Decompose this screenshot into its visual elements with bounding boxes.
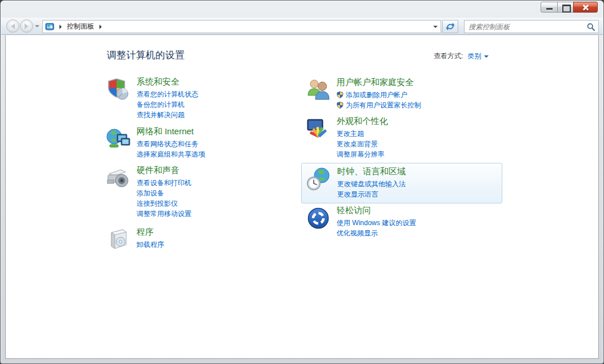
navigation-bar: 控制面板 xyxy=(1,18,603,35)
programs-icon[interactable] xyxy=(106,227,131,253)
category-title-network-internet[interactable]: 网络和 Internet xyxy=(137,126,205,137)
category-title-system-security[interactable]: 系统和安全 xyxy=(137,76,198,87)
main-content: 调整计算机的设置 查看方式: 类别 系统和安全查看您的计算机状态备份您的计算机查… xyxy=(5,35,599,359)
view-by-value: 类别 xyxy=(467,51,481,61)
link-system-security-1[interactable]: 备份您的计算机 xyxy=(137,99,198,110)
uac-shield-icon xyxy=(337,102,343,109)
network-internet-icon[interactable] xyxy=(106,127,131,152)
refresh-icon xyxy=(446,22,455,31)
categories-left-column: 系统和安全查看您的计算机状态备份您的计算机查找并解决问题网络和 Internet… xyxy=(106,76,303,253)
category-title-hardware-sound[interactable]: 硬件和声音 xyxy=(137,165,191,175)
category-programs: 程序卸载程序 xyxy=(106,226,303,253)
category-body: 程序卸载程序 xyxy=(137,226,164,253)
link-hardware-sound-2[interactable]: 连接到投影仪 xyxy=(137,198,191,209)
uac-shield-icon xyxy=(337,91,343,98)
appearance-personalization-icon[interactable] xyxy=(306,117,331,142)
link-label: 使用 Windows 建议的设置 xyxy=(337,218,416,228)
link-label: 查看您的计算机状态 xyxy=(137,89,198,99)
close-icon[interactable] xyxy=(573,2,598,13)
breadcrumb-separator-icon[interactable] xyxy=(59,25,62,29)
link-label: 更改显示语言 xyxy=(337,189,378,199)
link-programs-0[interactable]: 卸载程序 xyxy=(137,239,164,250)
link-network-internet-1[interactable]: 选择家庭组和共享选项 xyxy=(137,149,205,159)
link-label: 备份您的计算机 xyxy=(137,99,185,110)
back-arrow-icon xyxy=(11,23,15,29)
link-user-accounts-0[interactable]: 添加或删除用户帐户 xyxy=(337,90,421,100)
category-clock-language-region: 时钟、语言和区域更改键盘或其他输入法更改显示语言 xyxy=(301,163,502,203)
link-ease-of-access-1[interactable]: 优化视频显示 xyxy=(337,228,416,238)
recent-pages-chevron-icon[interactable] xyxy=(35,25,39,27)
search-box xyxy=(464,20,599,33)
link-appearance-personalization-2[interactable]: 调整屏幕分辨率 xyxy=(337,149,388,159)
link-label: 更改桌面背景 xyxy=(337,139,378,149)
forward-arrow-icon xyxy=(25,23,29,29)
link-hardware-sound-1[interactable]: 添加设备 xyxy=(137,188,191,198)
category-body: 外观和个性化更改主题更改桌面背景调整屏幕分辨率 xyxy=(337,115,388,159)
page-title: 调整计算机的设置 xyxy=(107,49,185,62)
breadcrumb-separator-icon[interactable] xyxy=(99,25,102,29)
link-label: 查看设备和打印机 xyxy=(137,178,191,188)
view-by-control: 查看方式: 类别 xyxy=(434,51,489,61)
category-title-clock-language-region[interactable]: 时钟、语言和区域 xyxy=(337,166,406,177)
link-label: 连接到投影仪 xyxy=(137,198,178,209)
category-network-internet: 网络和 Internet查看网络状态和任务选择家庭组和共享选项 xyxy=(106,126,303,159)
search-input[interactable] xyxy=(469,23,587,31)
category-body: 时钟、语言和区域更改键盘或其他输入法更改显示语言 xyxy=(337,166,406,199)
link-network-internet-0[interactable]: 查看网络状态和任务 xyxy=(137,139,205,149)
category-body: 系统和安全查看您的计算机状态备份您的计算机查找并解决问题 xyxy=(137,76,198,120)
category-system-security: 系统和安全查看您的计算机状态备份您的计算机查找并解决问题 xyxy=(106,76,303,120)
refresh-button[interactable] xyxy=(442,20,458,33)
link-label: 卸载程序 xyxy=(137,239,164,250)
category-body: 网络和 Internet查看网络状态和任务选择家庭组和共享选项 xyxy=(137,126,205,159)
category-appearance-personalization: 外观和个性化更改主题更改桌面背景调整屏幕分辨率 xyxy=(301,115,502,159)
link-label: 更改键盘或其他输入法 xyxy=(337,179,406,189)
maximize-icon[interactable] xyxy=(557,2,574,13)
back-button[interactable] xyxy=(6,19,19,33)
link-hardware-sound-0[interactable]: 查看设备和打印机 xyxy=(137,178,191,188)
category-ease-of-access: 轻松访问使用 Windows 建议的设置优化视频显示 xyxy=(301,205,502,238)
link-system-security-2[interactable]: 查找并解决问题 xyxy=(137,110,198,120)
view-by-dropdown[interactable]: 类别 xyxy=(467,51,489,61)
link-label: 调整常用移动设置 xyxy=(137,209,191,219)
link-user-accounts-1[interactable]: 为所有用户设置家长控制 xyxy=(337,100,421,110)
link-ease-of-access-0[interactable]: 使用 Windows 建议的设置 xyxy=(337,218,416,228)
breadcrumb[interactable]: 控制面板 xyxy=(42,20,441,33)
link-clock-language-region-1[interactable]: 更改显示语言 xyxy=(337,189,406,199)
link-appearance-personalization-0[interactable]: 更改主题 xyxy=(337,129,388,139)
category-title-programs[interactable]: 程序 xyxy=(137,226,164,237)
link-label: 更改主题 xyxy=(337,129,364,139)
user-accounts-icon[interactable] xyxy=(306,78,331,103)
link-appearance-personalization-1[interactable]: 更改桌面背景 xyxy=(337,139,388,149)
category-body: 轻松访问使用 Windows 建议的设置优化视频显示 xyxy=(337,205,416,238)
category-title-ease-of-access[interactable]: 轻松访问 xyxy=(337,205,416,215)
link-label: 选择家庭组和共享选项 xyxy=(137,149,205,159)
link-label: 调整屏幕分辨率 xyxy=(337,149,385,159)
clock-language-region-icon[interactable] xyxy=(306,167,331,192)
category-body: 用户帐户和家庭安全添加或删除用户帐户为所有用户设置家长控制 xyxy=(337,77,421,110)
link-label: 查找并解决问题 xyxy=(137,110,185,120)
ease-of-access-icon[interactable] xyxy=(306,206,331,231)
minimize-icon[interactable] xyxy=(541,2,558,13)
link-clock-language-region-0[interactable]: 更改键盘或其他输入法 xyxy=(337,179,406,189)
hardware-sound-icon[interactable] xyxy=(106,166,131,191)
title-bar[interactable] xyxy=(1,1,603,18)
window-controls xyxy=(541,2,598,13)
system-security-icon[interactable] xyxy=(106,77,131,102)
category-body: 硬件和声音查看设备和打印机添加设备连接到投影仪调整常用移动设置 xyxy=(137,165,191,219)
link-label: 查看网络状态和任务 xyxy=(137,139,198,149)
address-dropdown-icon[interactable] xyxy=(430,21,441,33)
breadcrumb-item-control-panel[interactable]: 控制面板 xyxy=(67,22,94,31)
view-by-label: 查看方式: xyxy=(434,51,463,61)
category-title-user-accounts[interactable]: 用户帐户和家庭安全 xyxy=(337,77,421,87)
forward-button[interactable] xyxy=(20,19,33,33)
link-label: 添加或删除用户帐户 xyxy=(346,90,407,100)
category-title-appearance-personalization[interactable]: 外观和个性化 xyxy=(337,115,388,126)
category-hardware-sound: 硬件和声音查看设备和打印机添加设备连接到投影仪调整常用移动设置 xyxy=(106,165,303,219)
chevron-down-icon xyxy=(484,55,489,58)
link-hardware-sound-3[interactable]: 调整常用移动设置 xyxy=(137,209,191,219)
control-panel-icon xyxy=(45,22,54,31)
link-system-security-0[interactable]: 查看您的计算机状态 xyxy=(137,89,198,99)
control-panel-window: 控制面板 调整计算机的设置 查看方式: 类别 xyxy=(0,0,604,364)
category-user-accounts: 用户帐户和家庭安全添加或删除用户帐户为所有用户设置家长控制 xyxy=(301,77,502,110)
search-icon[interactable] xyxy=(587,23,595,31)
